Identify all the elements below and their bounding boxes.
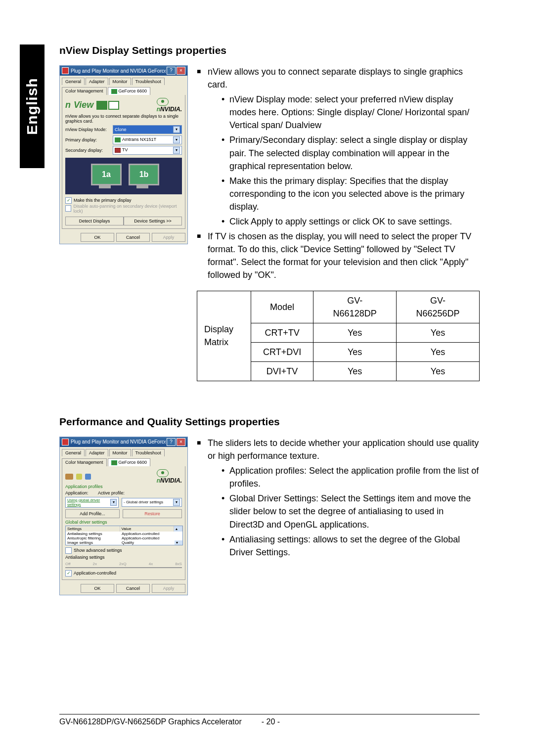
aa-slider[interactable]: Off 2x 2xQ 4x 8xS — [65, 562, 182, 566]
nvidia-brand: nNVIDIA. — [157, 106, 182, 113]
tab-adapter[interactable]: Adapter — [86, 449, 108, 456]
nview-logo-text: View — [74, 100, 93, 110]
tab-general[interactable]: General — [62, 78, 85, 85]
dropdown-arrow-icon: ▾ — [173, 147, 180, 154]
window-title: Plug and Play Monitor and NVIDIA GeForce… — [71, 68, 166, 74]
tab-geforce[interactable]: GeForce 6600 — [108, 458, 151, 466]
scroll-down-icon[interactable]: ▾ — [175, 540, 182, 545]
help-button[interactable]: ? — [167, 438, 176, 446]
app-controlled-checkbox[interactable]: ✓Application-controlled — [65, 570, 182, 577]
nvidia-eye-icon — [157, 98, 169, 106]
language-tab-text: English — [24, 78, 41, 134]
tab-troubleshoot[interactable]: Troubleshoot — [132, 449, 165, 456]
tab-monitor[interactable]: Monitor — [109, 78, 131, 85]
section1-bullet4: Click Apply to apply settings or click O… — [222, 215, 480, 228]
ok-button[interactable]: OK — [81, 233, 114, 242]
primary-select[interactable]: Amtrans NX151T▾ — [113, 135, 182, 144]
mode-select[interactable]: Clone▾ — [113, 125, 182, 134]
section2-para1: The sliders lets to decide whether your … — [197, 437, 480, 559]
scroll-up-icon[interactable]: ▴ — [174, 526, 182, 532]
nview-subtext: nView allows you to connect separate dis… — [65, 114, 182, 124]
tab-adapter[interactable]: Adapter — [86, 78, 108, 85]
tab-general[interactable]: General — [62, 449, 85, 456]
disable-pan-checkbox: Disable auto-panning on secondary device… — [65, 204, 182, 214]
perf-screenshot: Plug and Play Monitor and NVIDIA GeForce… — [59, 437, 188, 595]
add-profile-button[interactable]: Add Profile... — [65, 509, 120, 518]
secondary-label: Secondary display: — [65, 148, 110, 153]
section1-para1: nView allows you to connect separate dis… — [197, 65, 480, 228]
active-profile-label: Active profile: — [98, 490, 133, 495]
nvidia-eye-icon — [157, 469, 169, 477]
nview-n-prefix: n — [65, 100, 71, 110]
cancel-button[interactable]: Cancel — [116, 584, 150, 593]
application-label: Application: — [65, 490, 95, 495]
monitor-icon — [115, 137, 121, 142]
app-profiles-header: Application profiles — [65, 484, 182, 489]
tv-icon — [115, 148, 121, 153]
footer-page-number: - 20 - — [262, 717, 280, 726]
mode-label: nView Display Mode: — [65, 127, 110, 132]
window-titlebar: Plug and Play Monitor and NVIDIA GeForce… — [60, 437, 187, 447]
device-settings-button[interactable]: Device Settings >> — [124, 217, 182, 225]
dropdown-arrow-icon: ▾ — [173, 126, 180, 133]
window-icon — [62, 439, 69, 445]
nvidia-tab-icon — [111, 460, 117, 465]
tab-geforce[interactable]: GeForce 6600 — [108, 87, 151, 95]
monitor-1b[interactable]: 1b — [129, 164, 156, 188]
secondary-select[interactable]: TV▾ — [113, 146, 182, 155]
nvidia-tab-icon — [111, 89, 117, 94]
section1-bullet3: Make this the primary display: Specifies… — [222, 175, 480, 213]
tab-colormgmt[interactable]: Color Management — [62, 87, 107, 95]
display-matrix-table: DisplayMatrix Model GV-N66128DP GV-N6625… — [197, 291, 480, 381]
matrix-rowspan: DisplayMatrix — [197, 291, 251, 381]
nview-screenshot: Plug and Play Monitor and NVIDIA GeForce… — [59, 65, 188, 244]
aa-label: Antialiasing settings — [65, 555, 182, 560]
window-titlebar: Plug and Play Monitor and NVIDIA GeForce… — [60, 66, 187, 76]
section2-heading: Performance and Quality Settings propert… — [59, 416, 480, 428]
monitor-1a[interactable]: 1a — [91, 164, 119, 188]
section1-bullet2: Primary/Secondary display: select a sing… — [222, 133, 480, 172]
page-footer: GV-N66128DP/GV-N66256DP Graphics Acceler… — [59, 714, 480, 726]
tab-monitor[interactable]: Monitor — [109, 449, 131, 456]
show-advanced-checkbox[interactable]: Show advanced settings — [65, 547, 182, 554]
window-title: Plug and Play Monitor and NVIDIA GeForce… — [71, 439, 166, 445]
slider-track[interactable] — [65, 567, 182, 568]
nvidia-brand: nNVIDIA. — [157, 477, 182, 484]
section1-bullet1: nView Display mode: select your preferre… — [222, 93, 480, 132]
cancel-button[interactable]: Cancel — [116, 233, 150, 242]
tab-colormgmt[interactable]: Color Management — [62, 458, 107, 466]
detect-displays-button[interactable]: Detect Displays — [65, 217, 124, 225]
language-tab: English — [20, 44, 44, 168]
tabs-row2: Color Management GeForce 6600 — [60, 85, 187, 95]
footer-product: GV-N66128DP/GV-N66256DP Graphics Acceler… — [59, 717, 242, 726]
tab-troubleshoot[interactable]: Troubleshoot — [132, 78, 165, 85]
application-select[interactable]: Using global driver settings▾ — [65, 497, 119, 508]
section2-bullet3: Antialiasing settings: allows to set the… — [222, 533, 480, 559]
section2-bullet1: Application profiles: Select the applica… — [222, 464, 480, 490]
nview-monitors-icon — [96, 101, 119, 110]
settings-table[interactable]: SettingsValue▴ Antialiasing settingsAppl… — [65, 526, 183, 545]
window-icon — [62, 67, 69, 74]
tabs-row1: General Adapter Monitor Troubleshoot — [60, 76, 187, 85]
close-button[interactable]: × — [177, 438, 185, 446]
dropdown-arrow-icon: ▾ — [173, 136, 180, 143]
section1-heading: nView Display Settings properties — [59, 44, 480, 56]
restore-button[interactable]: Restore — [123, 509, 182, 518]
section1-para2: If TV is chosen as the display, you will… — [197, 230, 480, 281]
global-settings-header: Global driver settings — [65, 520, 182, 525]
primary-label: Primary display: — [65, 137, 110, 142]
perf-icons — [65, 474, 91, 480]
section2-bullet2: Global Driver Settings: Select the Setti… — [222, 492, 480, 531]
apply-button[interactable]: Apply — [152, 233, 185, 242]
make-primary-checkbox[interactable]: ✓Make this the primary display — [65, 197, 182, 204]
display-preview: 1a 1b — [65, 158, 182, 194]
ok-button[interactable]: OK — [81, 584, 114, 593]
close-button[interactable]: × — [177, 67, 185, 75]
help-button[interactable]: ? — [167, 67, 176, 75]
active-profile-select[interactable]: - Global driver settings▾ — [122, 498, 182, 507]
apply-button[interactable]: Apply — [152, 584, 185, 593]
